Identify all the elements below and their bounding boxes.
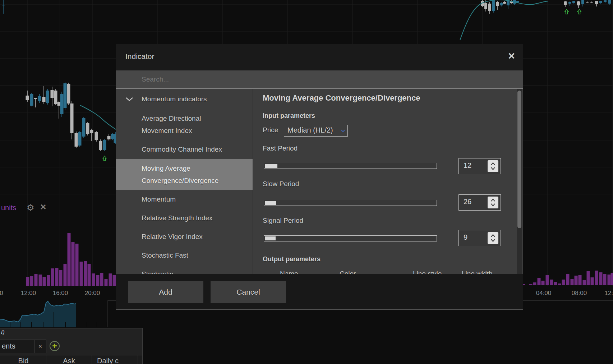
param-number-input[interactable]: 26 [458, 194, 501, 211]
param-value: 26 [464, 198, 471, 206]
param-label: Signal Period [263, 217, 303, 225]
add-button[interactable]: Add [128, 281, 203, 303]
sidebar-item-label: Commodity Channel Index [142, 146, 253, 153]
sidebar-item-label: Average Directional [142, 112, 253, 125]
panel-title: Moving Average Convergence/Divergence [263, 93, 420, 103]
output-column-header: Line style [413, 270, 442, 274]
sidebar-item-label: Momentum [142, 195, 253, 203]
slider-thumb[interactable] [265, 164, 277, 168]
chevron-down-icon [341, 129, 345, 133]
output-parameters-heading: Output parameters [263, 255, 321, 263]
param-slider[interactable] [264, 235, 437, 241]
param-number-input[interactable]: 9 [458, 230, 501, 246]
gear-icon[interactable]: ⚙ [27, 203, 34, 213]
sidebar-item-label: Relative Vigor Index [142, 233, 253, 241]
column-divider [92, 355, 92, 364]
quotes-table-header: BidAskDaily c [0, 355, 142, 364]
dialog-titlebar: Indicator × [116, 44, 523, 70]
sidebar-item-commodity-channel-index[interactable]: Commodity Channel Index [116, 140, 253, 159]
price-select[interactable]: Median (HL/2) [284, 125, 348, 137]
sidebar-item-momentum[interactable]: Momentum [116, 190, 253, 209]
indicator-settings-panel: Moving Average Convergence/Divergence In… [253, 89, 523, 274]
search-bar [116, 70, 523, 89]
sidebar-item-stochastic[interactable]: Stochastic [116, 265, 253, 274]
param-value: 12 [464, 161, 471, 170]
column-divider [46, 355, 46, 364]
sidebar-item-label: Stochastic Fast [142, 252, 253, 259]
slider-thumb[interactable] [265, 201, 276, 205]
param-number-input[interactable]: 12 [458, 158, 501, 174]
quote-column-header: Daily c [97, 357, 119, 364]
output-column-header: Line width [462, 270, 493, 274]
dialog-footer: Add Cancel [116, 274, 523, 309]
spinner-chevrons-icon [488, 160, 498, 172]
spinner-chevrons-icon [488, 232, 498, 244]
quote-column-header: Ask [63, 357, 75, 364]
time-axis-label: 20:00 [85, 290, 100, 297]
dialog-title: Indicator [125, 52, 155, 61]
cancel-button[interactable]: Cancel [211, 281, 286, 303]
chevron-down-icon [125, 97, 133, 101]
sidebar-item-stochastic-fast[interactable]: Stochastic Fast [116, 246, 253, 265]
sidebar-item-relative-strength-index[interactable]: Relative Strength Index [116, 209, 253, 227]
sidebar-item-label: Convergence/Divergence [142, 175, 253, 187]
slider-thumb[interactable] [265, 236, 276, 240]
price-label: Price [263, 126, 278, 134]
instruments-tab-label: ents [2, 342, 15, 350]
units-label: units [1, 204, 16, 212]
price-select-value: Median (HL/2) [287, 126, 333, 134]
sidebar-item-moving-average[interactable]: Moving AverageConvergence/Divergence [116, 159, 253, 190]
param-slider[interactable] [264, 163, 437, 169]
add-instrument-icon[interactable]: + [50, 341, 60, 351]
input-parameters-heading: Input parameters [263, 112, 315, 120]
spinner-button[interactable] [488, 197, 498, 208]
param-label: Fast Period [263, 144, 298, 152]
time-axis-label: 12:00 [21, 290, 36, 297]
sidebar-item-label: Moving Average [142, 162, 253, 175]
clipped-text: t) [1, 329, 5, 336]
sidebar-item-relative-vigor-index[interactable]: Relative Vigor Index [116, 227, 253, 246]
indicator-dialog: Indicator × Momentum indicatorsAverage D… [116, 44, 523, 310]
indicator-list: Momentum indicatorsAverage DirectionalMo… [116, 89, 253, 274]
sidebar-item-label: Momentum indicators [142, 95, 253, 103]
sidebar-item-momentum-indicators[interactable]: Momentum indicators [116, 89, 253, 109]
quotes-panel: t) ents × + BidAskDaily c [0, 328, 143, 364]
search-input[interactable] [116, 70, 523, 88]
sidebar-item-label: Relative Strength Index [142, 214, 253, 222]
scrollbar-track[interactable] [517, 89, 522, 274]
output-column-header: Name [280, 270, 298, 274]
time-axis-label: 04:00 [536, 290, 552, 297]
spinner-button[interactable] [488, 160, 498, 172]
instruments-tab[interactable]: ents [0, 340, 34, 353]
param-slider[interactable] [264, 200, 437, 206]
dialog-content: Momentum indicatorsAverage DirectionalMo… [116, 89, 523, 274]
sidebar-item-average-directional[interactable]: Average DirectionalMovement Index [116, 109, 253, 140]
dialog-close-icon[interactable]: × [508, 49, 515, 63]
scrollbar-thumb[interactable] [517, 91, 521, 228]
time-axis-label: 0 [0, 290, 3, 297]
time-axis-label: 08:00 [572, 290, 587, 297]
sidebar-item-label: Movement Index [142, 125, 253, 137]
param-label: Slow Period [263, 180, 299, 188]
quote-column-header: Bid [18, 357, 29, 364]
column-divider [138, 355, 138, 364]
spinner-chevrons-icon [488, 197, 498, 208]
sidebar-item-label: Stochastic [142, 270, 253, 274]
close-indicator-icon[interactable]: × [40, 201, 46, 213]
time-axis-label: 16:00 [53, 290, 68, 297]
param-value: 9 [464, 233, 467, 241]
spinner-button[interactable] [488, 232, 498, 244]
output-column-header: Color [340, 270, 356, 274]
tab-close-icon[interactable]: × [34, 340, 46, 353]
time-axis-label: 12:0 [604, 290, 613, 297]
